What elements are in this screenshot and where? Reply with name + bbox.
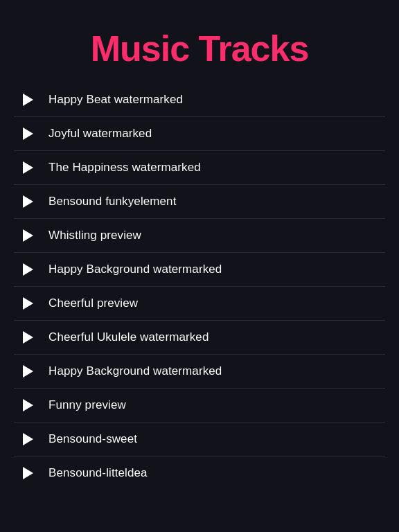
play-icon xyxy=(21,263,35,276)
play-triangle xyxy=(23,331,33,344)
track-name: Funny preview xyxy=(48,398,126,412)
play-triangle xyxy=(23,399,33,411)
track-item[interactable]: Bensound-litteldea xyxy=(14,456,385,490)
track-item[interactable]: Happy Beat watermarked xyxy=(14,83,385,117)
track-item[interactable]: Bensound-sweet xyxy=(14,423,385,456)
play-triangle xyxy=(23,433,33,445)
track-name: Happy Background watermarked xyxy=(48,364,222,378)
play-icon xyxy=(21,161,35,175)
play-icon xyxy=(21,398,35,412)
play-triangle xyxy=(23,297,33,310)
track-name: Bensound funkyelement xyxy=(48,195,177,209)
track-item[interactable]: Joyful watermarked xyxy=(14,117,385,151)
play-icon xyxy=(21,330,35,344)
track-item[interactable]: Happy Background watermarked xyxy=(14,355,385,389)
track-name: Happy Background watermarked xyxy=(48,263,222,276)
track-name: Cheerful Ukulele watermarked xyxy=(48,330,209,344)
track-item[interactable]: Funny preview xyxy=(14,389,385,423)
page-title: Music Tracks xyxy=(0,21,399,83)
play-icon xyxy=(21,432,35,446)
play-triangle xyxy=(23,229,33,242)
play-triangle xyxy=(23,263,33,276)
track-item[interactable]: Happy Background watermarked xyxy=(14,253,385,287)
play-icon xyxy=(21,127,35,141)
track-name: Cheerful preview xyxy=(48,296,138,310)
track-item[interactable]: The Happiness watermarked xyxy=(14,151,385,185)
play-icon xyxy=(21,195,35,209)
play-triangle xyxy=(23,467,33,479)
track-name: Bensound-sweet xyxy=(48,432,137,446)
play-icon xyxy=(21,229,35,242)
track-list: Happy Beat watermarkedJoyful watermarked… xyxy=(0,83,399,525)
play-icon xyxy=(21,466,35,480)
track-item[interactable]: Bensound funkyelement xyxy=(14,185,385,219)
play-triangle xyxy=(23,127,33,140)
play-triangle xyxy=(23,161,33,174)
track-name: Joyful watermarked xyxy=(48,127,152,141)
track-name: Whistling preview xyxy=(48,229,141,242)
track-name: Bensound-litteldea xyxy=(48,466,148,480)
track-item[interactable]: Whistling preview xyxy=(14,219,385,253)
page-container: Music Tracks Happy Beat watermarkedJoyfu… xyxy=(0,0,399,532)
play-icon xyxy=(21,93,35,107)
track-item[interactable]: Cheerful preview xyxy=(14,287,385,321)
play-triangle xyxy=(23,94,33,106)
track-item[interactable]: Cheerful Ukulele watermarked xyxy=(14,321,385,355)
play-triangle xyxy=(23,195,33,208)
track-name: Happy Beat watermarked xyxy=(48,93,183,107)
play-triangle xyxy=(23,365,33,378)
play-icon xyxy=(21,364,35,378)
track-name: The Happiness watermarked xyxy=(48,161,201,175)
play-icon xyxy=(21,296,35,310)
